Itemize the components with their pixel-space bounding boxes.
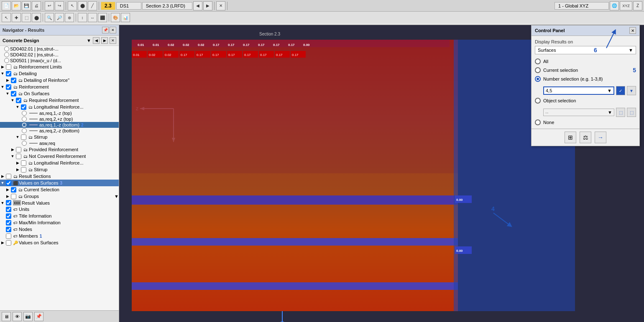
check-stirrup[interactable]: [21, 134, 26, 140]
check-req-reinf[interactable]: [16, 98, 21, 103]
line-btn[interactable]: ╱: [88, 1, 97, 10]
check-not-covered-reinf[interactable]: [16, 154, 21, 159]
radio-asreq2-bottom[interactable]: [22, 128, 27, 133]
nav-close-btn[interactable]: ✕: [110, 27, 116, 33]
tree-item-sd0501[interactable]: SD0501 | |max(v_u / (d...: [0, 58, 119, 63]
tree-item-asreq1-top[interactable]: as,req,1,-z (top): [0, 110, 119, 116]
tb2-10[interactable]: ⬛: [98, 13, 107, 22]
tb2-2[interactable]: ✚: [12, 13, 21, 22]
radio-asw-req[interactable]: [22, 141, 27, 146]
tree-item-not-covered-reinf[interactable]: ▼ 🗂 Not Covered Reinforcement: [0, 153, 119, 160]
tree-item-maxmin-info[interactable]: 🏷 Max/Min Information: [0, 219, 119, 226]
tree-item-values-surfaces2[interactable]: ▶ 🔑 Values on Surfaces: [0, 239, 119, 246]
expander-long-reinf-nc[interactable]: ▶: [15, 160, 20, 165]
select-btn[interactable]: ↖: [68, 1, 77, 10]
tb2-5[interactable]: 🔍: [45, 13, 54, 22]
tree-item-members[interactable]: 🏷 Members 1: [0, 233, 119, 239]
check-result-values[interactable]: [6, 200, 11, 205]
check-current-selection[interactable]: [11, 187, 16, 193]
tree-item-reinf-limits[interactable]: ▶ 🗂 Reinforcement Limits: [0, 63, 119, 70]
tree-item-stirrup[interactable]: ▼ 🗂 Stirrup: [0, 134, 119, 140]
tree-item-sd040201[interactable]: SD0402.01 | |ns,strut-...: [0, 46, 119, 52]
tb2-1[interactable]: ↖: [2, 13, 11, 22]
check-groups[interactable]: [11, 194, 16, 199]
radio-sd0501[interactable]: [4, 58, 9, 63]
expander-provided-reinf[interactable]: ▶: [10, 147, 15, 152]
obj-select-btn2[interactable]: ⬚: [627, 108, 636, 117]
expander-on-surfaces[interactable]: ▼: [5, 91, 10, 96]
dropdown-extra-btn[interactable]: ▼: [627, 86, 636, 95]
expander-req-reinf[interactable]: ▼: [10, 98, 15, 103]
tree-item-stirrup-nc[interactable]: ▶ 🗂 Stirrup: [0, 166, 119, 173]
nav-screen-btn[interactable]: 🖥: [2, 312, 11, 321]
tree-item-provided-reinf[interactable]: ▶ 🗂 Provided Reinforcement: [0, 146, 119, 153]
expander-groups[interactable]: ▶: [5, 194, 10, 199]
nav-left-btn[interactable]: ◀: [93, 37, 100, 44]
nav-pin-btn2[interactable]: 📌: [34, 312, 43, 321]
undo-btn[interactable]: ↩: [45, 1, 54, 10]
radio-current-selection[interactable]: Current selection 5: [535, 67, 636, 74]
expander-stirrup[interactable]: ▼: [15, 134, 20, 139]
cp-scale-btn[interactable]: ⚖: [580, 132, 591, 143]
tree-item-result-values[interactable]: ▼ xxx Result Values: [0, 200, 119, 206]
tree-item-long-reinf-nc[interactable]: ▶ 🗂 Longitudinal Reinforce...: [0, 160, 119, 166]
radio-all[interactable]: All: [535, 58, 636, 64]
redo-btn[interactable]: ↪: [55, 1, 64, 10]
tree-item-asw-req[interactable]: asw,req: [0, 140, 119, 146]
tb2-3[interactable]: ⬚: [22, 13, 31, 22]
check-values-on-surfaces[interactable]: [6, 180, 11, 186]
confirm-btn[interactable]: ✓: [616, 86, 625, 95]
tree-item-on-surfaces[interactable]: ▼ 🗂 On Surfaces: [0, 90, 119, 97]
tree-item-long-reinf-top[interactable]: ▼ 🗂 Longitudinal Reinforce...: [0, 104, 119, 110]
tree-item-asreq2-top[interactable]: as,req,2,+z (top): [0, 116, 119, 122]
expander-not-covered-reinf[interactable]: ▼: [10, 154, 15, 159]
nav-camera-btn[interactable]: 📷: [23, 312, 33, 321]
cp-close-btn[interactable]: ✕: [629, 27, 636, 34]
next-btn[interactable]: ▶: [203, 1, 212, 10]
expander-current-selection[interactable]: ▶: [5, 187, 10, 192]
module-selector[interactable]: Concrete Design ▼ ◀ ▶ ✕: [0, 35, 119, 46]
check-reinf-limits[interactable]: [6, 64, 11, 70]
tree-item-current-selection[interactable]: ▶ 🗂 Current Selection: [0, 186, 119, 193]
cp-grid-btn[interactable]: ⊞: [565, 132, 576, 143]
radio-sd040202[interactable]: [4, 52, 9, 57]
tree-item-nodes[interactable]: 🏷 Nodes: [0, 226, 119, 233]
radio-object-selection[interactable]: Object selection: [535, 98, 636, 104]
expander-reinf-limits[interactable]: ▶: [0, 64, 5, 69]
tree-item-asreq2-bottom[interactable]: as,req,2,-z (bottom): [0, 128, 119, 134]
expander-values-on-surfaces[interactable]: ▼: [0, 180, 5, 185]
expander-values-surfaces2[interactable]: ▶: [0, 240, 5, 245]
tree-item-result-sections[interactable]: ▶ 🗂 Result Sections: [0, 173, 119, 180]
number-input-container[interactable]: 4,5 ▼: [543, 86, 614, 95]
tb2-9[interactable]: ↔: [88, 13, 97, 22]
nav-eye-btn[interactable]: 👁: [13, 312, 22, 321]
tree-item-units[interactable]: 🏷 Units: [0, 206, 119, 213]
close-mode-btn[interactable]: ✕: [216, 1, 225, 10]
check-detailing-reinf[interactable]: [11, 78, 16, 83]
check-stirrup-nc[interactable]: [21, 167, 26, 172]
expander-long-reinf-top[interactable]: ▼: [15, 104, 20, 109]
print-btn[interactable]: 🖨: [32, 1, 41, 10]
tree-item-title-info[interactable]: 🏷 Title Information: [0, 213, 119, 219]
cp-surfaces-dropdown[interactable]: Surfaces ▼: [535, 46, 636, 54]
nav-pin-btn[interactable]: 📌: [102, 27, 109, 33]
nav-right-btn[interactable]: ▶: [101, 37, 108, 44]
obj-select-btn1[interactable]: ⬚: [616, 108, 625, 117]
tb2-7[interactable]: ⊕: [65, 13, 74, 22]
radio-none[interactable]: None: [535, 119, 636, 125]
radio-asreq2-top[interactable]: [22, 117, 27, 122]
new-btn[interactable]: 📄: [2, 1, 11, 10]
radio-sd040201[interactable]: [4, 46, 9, 51]
tb2-12[interactable]: 📊: [121, 13, 130, 22]
tree-item-detailing[interactable]: ▼ 🗂 Detailing: [0, 70, 119, 77]
radio-asreq1-top[interactable]: [22, 111, 27, 116]
check-long-reinf-nc[interactable]: [21, 160, 26, 166]
tree-item-values-on-surfaces[interactable]: ▼ ⬛ Values on Surfaces 3: [0, 180, 119, 186]
tree-item-req-reinf[interactable]: ▼ 🗂 Required Reinforcement: [0, 97, 119, 104]
prev-btn[interactable]: ◀: [193, 1, 202, 10]
cp-export-btn[interactable]: →: [595, 132, 606, 143]
tree-item-groups[interactable]: ▶ 🗂 Groups ▼: [0, 193, 119, 200]
check-maxmin-info[interactable]: [6, 220, 11, 226]
tb2-11[interactable]: 🎨: [111, 13, 120, 22]
check-on-surfaces[interactable]: [11, 91, 16, 96]
